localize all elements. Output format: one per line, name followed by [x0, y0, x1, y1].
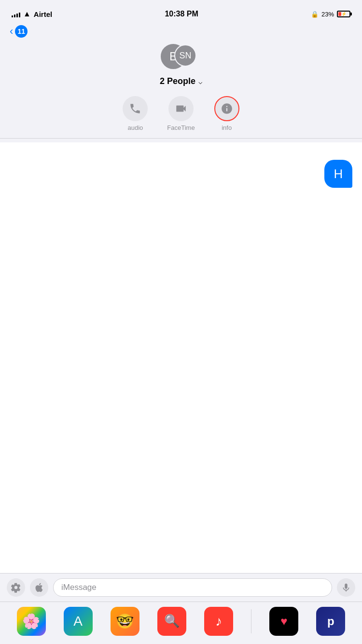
info-icon-circle [214, 96, 239, 121]
dock-icon-appstore[interactable]: A [64, 607, 93, 636]
dock: 🌸 A 🤓 🔍 ♪ ♥ p [0, 602, 362, 644]
dock-icon-music[interactable]: ♪ [204, 607, 233, 636]
audio-label: audio [127, 124, 143, 131]
input-area: iMessage [0, 573, 362, 602]
camera-icon [11, 582, 21, 593]
message-placeholder: iMessage [61, 583, 97, 592]
back-badge-count: 11 [15, 25, 28, 38]
facetime-icon-circle [168, 96, 194, 121]
info-icon [221, 102, 233, 115]
audio-record-button[interactable] [337, 578, 355, 597]
action-row: audio FaceTime info [0, 91, 362, 139]
appstore-icon [34, 582, 44, 593]
appstore-button[interactable] [30, 578, 48, 597]
group-name: 2 People [160, 76, 195, 86]
video-icon [175, 102, 187, 115]
status-bar: ▲ Airtel 10:38 PM 🔒 23% ⚡ [0, 0, 362, 21]
back-chevron-icon: ‹ [10, 26, 13, 37]
dock-icon-memoji[interactable]: 🤓 [111, 607, 139, 636]
message-text: H [334, 167, 343, 182]
dock-icon-search[interactable]: 🔍 [157, 607, 186, 636]
chevron-down-icon: ⌵ [198, 78, 202, 85]
message-area: H [0, 142, 362, 553]
battery-percent: 23% [321, 11, 334, 18]
mic-icon [341, 582, 351, 593]
back-button[interactable]: ‹ 11 [10, 25, 28, 38]
lock-icon: 🔒 [311, 11, 319, 18]
info-button[interactable]: info [214, 96, 239, 131]
avatars-container: B SN [0, 40, 362, 73]
nav-top: ‹ 11 [0, 21, 362, 38]
group-name-row[interactable]: 2 People ⌵ [0, 76, 362, 91]
info-label: info [222, 124, 232, 131]
status-time: 10:38 PM [165, 10, 198, 18]
status-right: 🔒 23% ⚡ [311, 11, 350, 18]
audio-button[interactable]: audio [123, 96, 148, 131]
wifi-icon: ▲ [23, 10, 31, 18]
battery-icon: ⚡ [337, 11, 350, 17]
dock-icon-photos[interactable]: 🌸 [17, 607, 46, 636]
message-bubble-sent: H [324, 160, 352, 188]
audio-icon-circle [123, 96, 148, 121]
dock-icon-heart[interactable]: ♥ [269, 607, 298, 636]
avatar-sn: SN [174, 44, 196, 67]
message-input[interactable]: iMessage [53, 578, 332, 597]
facetime-button[interactable]: FaceTime [167, 96, 195, 131]
nav-header: ‹ 11 B SN 2 People ⌵ audio [0, 21, 362, 142]
signal-icon [12, 11, 20, 17]
dock-divider [251, 609, 251, 633]
carrier-name: Airtel [34, 10, 52, 18]
dock-icon-p[interactable]: p [316, 607, 345, 636]
phone-icon [129, 102, 141, 115]
battery-bolt-icon: ⚡ [341, 12, 347, 16]
facetime-label: FaceTime [167, 124, 195, 131]
status-left: ▲ Airtel [12, 10, 52, 18]
camera-button[interactable] [7, 578, 25, 597]
